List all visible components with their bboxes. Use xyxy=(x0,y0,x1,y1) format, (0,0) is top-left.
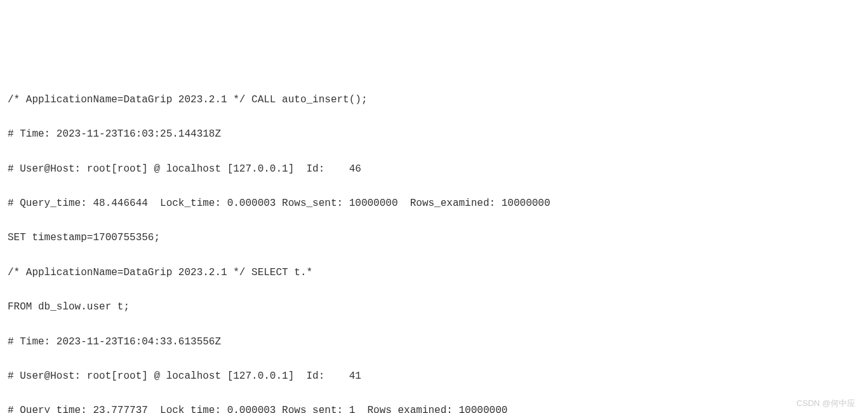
log-line: # Time: 2023-11-23T16:03:25.144318Z xyxy=(8,126,860,143)
log-line: # User@Host: root[root] @ localhost [127… xyxy=(8,161,860,178)
log-line: /* ApplicationName=DataGrip 2023.2.1 */ … xyxy=(8,264,860,281)
log-line: # Query_time: 48.446644 Lock_time: 0.000… xyxy=(8,195,860,212)
watermark-text: CSDN @何中应 xyxy=(796,396,855,410)
log-container: /* ApplicationName=DataGrip 2023.2.1 */ … xyxy=(0,74,868,413)
log-line: # Query_time: 23.777737 Lock_time: 0.000… xyxy=(8,402,860,413)
log-line: FROM db_slow.user t; xyxy=(8,299,860,316)
log-line: # Time: 2023-11-23T16:04:33.613556Z xyxy=(8,334,860,351)
log-line: SET timestamp=1700755356; xyxy=(8,229,860,247)
log-line: # User@Host: root[root] @ localhost [127… xyxy=(8,368,860,385)
log-line: /* ApplicationName=DataGrip 2023.2.1 */ … xyxy=(8,91,860,109)
